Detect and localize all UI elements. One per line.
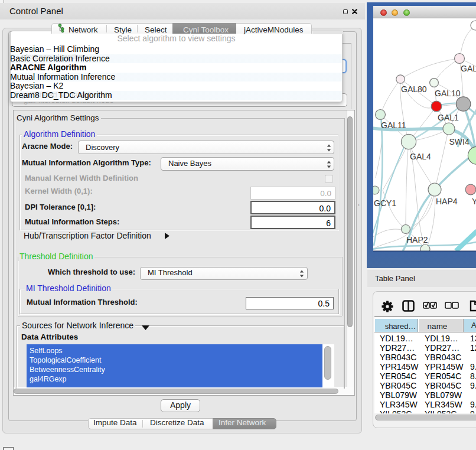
svg-text:HAP2: HAP2 <box>406 235 428 244</box>
svg-text:GAL4: GAL4 <box>410 152 431 161</box>
svg-text:GAL10: GAL10 <box>435 89 461 98</box>
svg-text:GAL: GAL <box>461 64 476 73</box>
svg-text:GAL80: GAL80 <box>401 84 427 94</box>
svg-text:GAL1: GAL1 <box>438 113 459 122</box>
svg-text:GCY1: GCY1 <box>374 198 396 208</box>
svg-text:HAP4: HAP4 <box>436 197 458 206</box>
svg-text:SWI4: SWI4 <box>449 137 470 146</box>
svg-text:GAL11: GAL11 <box>381 120 406 130</box>
svg-text:Y: Y <box>472 197 476 206</box>
